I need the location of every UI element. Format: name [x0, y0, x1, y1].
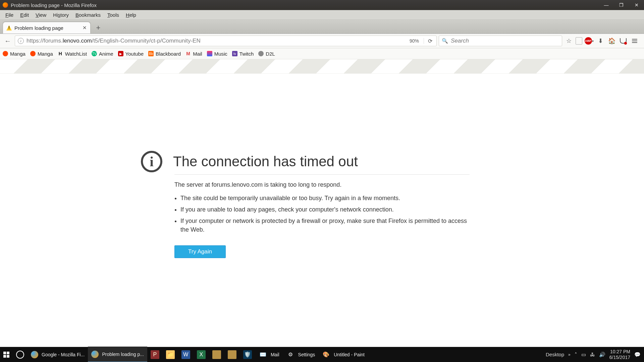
globe-icon — [258, 51, 264, 56]
menu-help[interactable]: Help — [122, 11, 140, 18]
taskbar-item-pdf[interactable]: P — [147, 347, 163, 362]
bookmark-label: Manga — [38, 51, 53, 57]
reload-button[interactable]: ⟳ — [427, 38, 434, 44]
library-icon[interactable] — [576, 37, 582, 45]
window-close-button[interactable]: ✕ — [629, 0, 644, 10]
page-content: i The connection has timed out The serve… — [0, 74, 644, 349]
windows-taskbar: Google - Mozilla Fi... Problem loading p… — [0, 347, 644, 362]
new-tab-button[interactable]: + — [93, 23, 103, 33]
battery-icon[interactable]: ▭ — [581, 352, 586, 358]
reddit-icon — [3, 51, 8, 56]
reddit-icon — [30, 51, 36, 56]
desktop-toolbar-label[interactable]: Desktop — [546, 352, 564, 357]
bookmark-label: Anime — [99, 51, 113, 57]
taskbar-item-rocket-league[interactable]: 🛡️ — [240, 347, 255, 362]
bookmark-label: Blackboard — [156, 51, 181, 57]
bookmark-blackboard[interactable]: BbBlackboard — [148, 51, 181, 57]
menu-view[interactable]: View — [32, 11, 50, 18]
adblock-plus-icon[interactable]: ABP▾ — [584, 36, 594, 46]
taskbar-item-problem-loading[interactable]: Problem loading p... — [88, 347, 147, 362]
bookmark-youtube[interactable]: ▶Youtube — [118, 51, 144, 57]
bookmark-mail[interactable]: MMail — [185, 51, 202, 57]
cortana-button[interactable] — [13, 347, 28, 362]
excel-icon: X — [197, 350, 206, 359]
menu-history[interactable]: History — [50, 11, 72, 18]
lol-icon — [212, 350, 221, 359]
search-input[interactable] — [450, 37, 559, 45]
firefox-icon — [91, 351, 99, 358]
window-maximize-button[interactable]: ❐ — [614, 0, 629, 10]
bookmark-d2l[interactable]: D2L — [258, 51, 275, 57]
menu-tools[interactable]: Tools — [104, 11, 122, 18]
taskbar-item-label: Mail — [271, 352, 279, 357]
menu-bookmarks[interactable]: Bookmarks — [72, 11, 104, 18]
firefox-icon — [3, 2, 8, 8]
tab-problem-loading-page[interactable]: Problem loading page ✕ — [3, 22, 91, 34]
home-button[interactable]: 🏠 — [607, 36, 616, 46]
tab-close-button[interactable]: ✕ — [78, 25, 87, 31]
search-box[interactable]: 🔍 — [439, 36, 562, 46]
tray-overflow-icon[interactable]: » — [568, 352, 571, 357]
bookmark-label: Music — [214, 51, 227, 57]
menu-edit[interactable]: Edit — [17, 11, 32, 18]
taskbar-item-lol-2[interactable] — [224, 347, 240, 362]
paint-icon: 🎨 — [322, 350, 330, 359]
twitch-icon: tv — [232, 51, 237, 56]
window-minimize-button[interactable]: — — [599, 0, 614, 10]
taskbar-item-google[interactable]: Google - Mozilla Fi... — [28, 347, 88, 362]
bookmark-star-icon[interactable]: ☆ — [564, 36, 574, 46]
youtube-icon: ▶ — [118, 51, 123, 56]
pocket-icon[interactable] — [619, 36, 628, 46]
try-again-button[interactable]: Try Again — [174, 245, 226, 258]
search-icon: 🔍 — [442, 38, 448, 44]
zoom-level[interactable]: 90% — [408, 38, 421, 44]
error-points-list: The site could be temporarily unavailabl… — [174, 194, 470, 234]
site-info-icon[interactable]: i — [18, 38, 24, 44]
taskbar-item-explorer[interactable]: 📁 — [163, 347, 178, 362]
action-center-icon[interactable]: 💬 — [634, 352, 641, 358]
start-button[interactable] — [0, 347, 13, 362]
bookmark-anime[interactable]: TVAnime — [92, 51, 113, 57]
bookmark-music[interactable]: Music — [207, 51, 227, 57]
rocket-league-icon: 🛡️ — [243, 350, 252, 359]
downloads-icon[interactable]: ⬇ — [596, 36, 605, 46]
hamburger-menu-button[interactable] — [630, 36, 639, 46]
music-icon — [207, 51, 212, 56]
nav-toolbar: ← i https://forums.lenovo.com/t5/English… — [0, 34, 644, 48]
bookmark-manga-1[interactable]: Manga — [3, 51, 25, 57]
bookmark-label: Manga — [10, 51, 25, 57]
error-divider — [174, 174, 470, 175]
network-icon[interactable]: 🖧 — [590, 352, 595, 357]
bookmark-label: WatchList — [65, 51, 87, 57]
window-title-bar: Problem loading page - Mozilla Firefox —… — [0, 0, 644, 10]
bookmark-watchlist[interactable]: HWatchList — [58, 51, 87, 57]
info-icon: i — [141, 151, 162, 172]
taskbar-item-excel[interactable]: X — [194, 347, 209, 362]
taskbar-item-lol-1[interactable] — [209, 347, 224, 362]
tv-icon: TV — [92, 51, 97, 56]
taskbar-item-settings[interactable]: Settings — [283, 347, 319, 362]
menu-bar: File Edit View History Bookmarks Tools H… — [0, 10, 644, 20]
bookmark-twitch[interactable]: tvTwitch — [232, 51, 254, 57]
urlbar-separator — [424, 38, 424, 44]
bookmark-manga-2[interactable]: Manga — [30, 51, 53, 57]
warning-icon — [6, 25, 12, 31]
tab-strip: Problem loading page ✕ + — [0, 20, 644, 34]
taskbar-item-label: Untitled - Paint — [334, 352, 365, 357]
back-button[interactable]: ← — [3, 36, 13, 46]
tray-chevron-up-icon[interactable]: ˄ — [575, 352, 577, 358]
cortana-icon — [16, 351, 24, 359]
error-subtitle: The server at forums.lenovo.com is takin… — [174, 181, 470, 188]
taskbar-item-paint[interactable]: 🎨Untitled - Paint — [318, 347, 368, 362]
taskbar-item-label: Google - Mozilla Fi... — [42, 352, 85, 357]
bookmarks-toolbar: Manga Manga HWatchList TVAnime ▶Youtube … — [0, 48, 644, 59]
taskbar-item-word[interactable]: W — [178, 347, 194, 362]
volume-icon[interactable]: 🔊 — [599, 352, 605, 358]
window-title: Problem loading page - Mozilla Firefox — [11, 2, 97, 8]
system-tray: Desktop » ˄ ▭ 🖧 🔊 10:27 PM 6/15/2017 💬 — [546, 349, 644, 360]
menu-file[interactable]: File — [2, 11, 17, 18]
taskbar-item-mail[interactable]: ✉️Mail — [255, 347, 283, 362]
url-bar[interactable]: i https://forums.lenovo.com/t5/English-C… — [15, 36, 437, 46]
error-point: If you are unable to load any pages, che… — [180, 205, 470, 214]
taskbar-clock[interactable]: 10:27 PM 6/15/2017 — [609, 349, 630, 360]
